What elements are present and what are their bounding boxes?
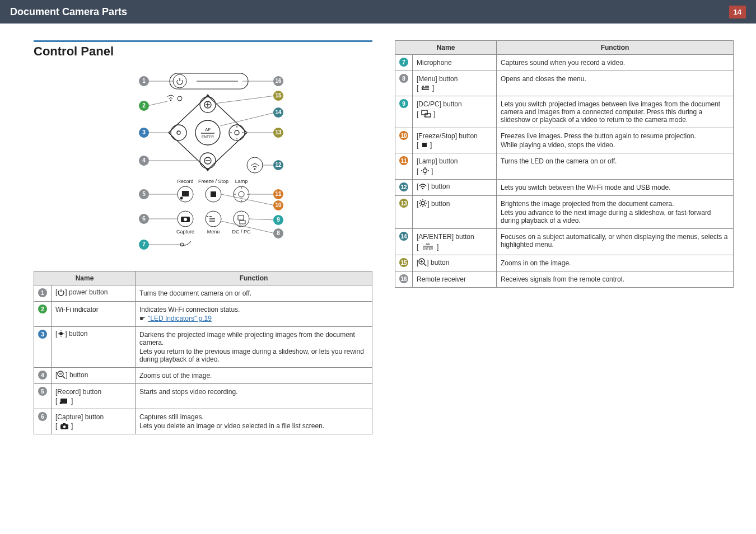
item-number-badge: 6 — [38, 412, 47, 421]
svg-line-52 — [147, 101, 167, 106]
item-function: Opens and closes the menu. — [497, 71, 734, 96]
svg-rect-28 — [182, 191, 189, 196]
svg-text:10: 10 — [275, 202, 282, 208]
svg-text:4: 4 — [142, 157, 146, 163]
item-number-badge: 12 — [399, 182, 408, 191]
item-number-badge: 4 — [38, 371, 47, 380]
svg-point-98 — [58, 333, 59, 334]
item-function: Focuses on a subject automatically, or w… — [497, 229, 734, 255]
item-name: [] button — [413, 180, 497, 196]
item-name: [DC/PC] button[ ] — [413, 96, 497, 128]
page-header: Document Camera Parts 14 — [0, 0, 756, 24]
svg-point-26 — [254, 168, 255, 170]
svg-line-126 — [425, 205, 426, 207]
item-function: Zooms out of the image. — [136, 368, 372, 384]
svg-text:13: 13 — [275, 129, 282, 135]
svg-text:12: 12 — [275, 162, 282, 168]
svg-text:16: 16 — [275, 78, 282, 84]
table-row: 6[Capture] button[ ]Captures still image… — [34, 409, 372, 434]
item-name: [Menu] button[ ] — [413, 71, 497, 96]
item-name: [Capture] button[ ] — [52, 409, 136, 434]
item-function: Turns the LED on the camera on or off. — [497, 153, 734, 180]
table-row: 5[Record] button[ ]Starts and stops vide… — [34, 384, 372, 409]
svg-point-19 — [177, 131, 180, 134]
svg-text:DC / PC: DC / PC — [232, 229, 251, 235]
item-function: Brightens the image projected from the d… — [497, 196, 734, 229]
table-row: 7MicrophoneCaptures sound when you recor… — [395, 55, 734, 71]
item-name: [Lamp] button[ ] — [413, 153, 497, 180]
item-name: [] button — [413, 196, 497, 229]
svg-text:AF: AF — [426, 242, 430, 246]
svg-text:5: 5 — [142, 191, 146, 197]
svg-line-91 — [249, 219, 275, 220]
item-function: Captures still images.Lets you delete an… — [136, 409, 372, 434]
svg-point-109 — [63, 425, 66, 428]
label-record: Record — [177, 179, 193, 184]
item-name: [] button — [52, 368, 136, 384]
svg-point-20 — [235, 130, 239, 135]
page-content: Control Panel — [0, 24, 756, 446]
item-number-badge: 1 — [38, 288, 47, 297]
item-number-badge: 3 — [38, 330, 47, 339]
svg-rect-31 — [211, 191, 216, 197]
svg-text:AF: AF — [204, 127, 210, 132]
item-number-badge: 14 — [399, 232, 408, 241]
right-column: Name Function 7MicrophoneCaptures sound … — [395, 40, 734, 434]
svg-line-127 — [420, 205, 421, 207]
control-panel-diagram: AF ENTER — [34, 64, 372, 262]
svg-point-4 — [178, 96, 182, 101]
parts-table-right: Name Function 7MicrophoneCaptures sound … — [395, 40, 734, 288]
item-number-badge: 8 — [399, 74, 408, 83]
item-number-badge: 2 — [38, 305, 47, 313]
page-number: 14 — [729, 6, 746, 18]
table-row: 15[] buttonZooms in on the image. — [395, 255, 734, 271]
item-function: Receives signals from the remote control… — [497, 271, 734, 288]
item-function: Indicates Wi-Fi connection status.☛"LED … — [136, 302, 372, 327]
svg-text:9: 9 — [277, 217, 280, 223]
item-name: [] button — [413, 255, 497, 271]
svg-rect-108 — [63, 423, 66, 425]
svg-point-48 — [180, 243, 184, 246]
item-number-badge: 9 — [399, 99, 408, 108]
svg-text:11: 11 — [275, 191, 282, 197]
table-row: 14[AF/ENTER] button[ AFENTER ]Focuses on… — [395, 229, 734, 255]
item-function: Zooms in on the image. — [497, 255, 734, 271]
item-name: [Record] button[ ] — [52, 384, 136, 409]
svg-text:2: 2 — [142, 102, 146, 109]
item-name: [] power button — [52, 285, 136, 302]
svg-line-135 — [424, 264, 426, 266]
table-row: 1[] power buttonTurns the document camer… — [34, 285, 372, 302]
svg-point-120 — [421, 202, 424, 205]
item-function: Darkens the projected image while projec… — [136, 327, 372, 368]
item-name: [Freeze/Stop] button[ ] — [413, 128, 497, 153]
th-function-r: Function — [497, 41, 734, 55]
th-name: Name — [34, 271, 136, 285]
svg-point-10 — [195, 120, 220, 145]
svg-point-119 — [422, 188, 424, 190]
svg-text:1: 1 — [142, 78, 146, 84]
left-column: Control Panel — [34, 40, 372, 434]
svg-text:7: 7 — [142, 241, 146, 247]
svg-text:14: 14 — [275, 109, 282, 115]
svg-text:8: 8 — [277, 230, 280, 236]
section-rule — [34, 40, 372, 42]
svg-text:Menu: Menu — [207, 229, 220, 235]
item-name: [AF/ENTER] button[ AFENTER ] — [413, 229, 497, 255]
led-indicators-link[interactable]: "LED Indicators" p.19 — [148, 315, 212, 322]
svg-rect-43 — [238, 216, 244, 220]
item-function: Turns the document camera on or off. — [136, 285, 372, 302]
label-lamp: Lamp — [235, 179, 248, 184]
svg-text:Capture: Capture — [176, 229, 194, 235]
item-name: [] button — [52, 327, 136, 368]
svg-point-8 — [171, 125, 186, 140]
svg-text:6: 6 — [142, 216, 146, 222]
table-row: 11[Lamp] button[ ]Turns the LED on the c… — [395, 153, 734, 180]
parts-table-left: Name Function 1[] power buttonTurns the … — [34, 271, 372, 434]
svg-rect-111 — [425, 114, 431, 117]
item-number-badge: 11 — [399, 156, 408, 165]
svg-text:15: 15 — [275, 92, 282, 99]
svg-point-33 — [239, 191, 244, 197]
svg-text:ENTER: ENTER — [422, 247, 433, 250]
table-row: 13[] buttonBrightens the image projected… — [395, 196, 734, 229]
table-row: 8[Menu] button[ ]Opens and closes the me… — [395, 71, 734, 96]
